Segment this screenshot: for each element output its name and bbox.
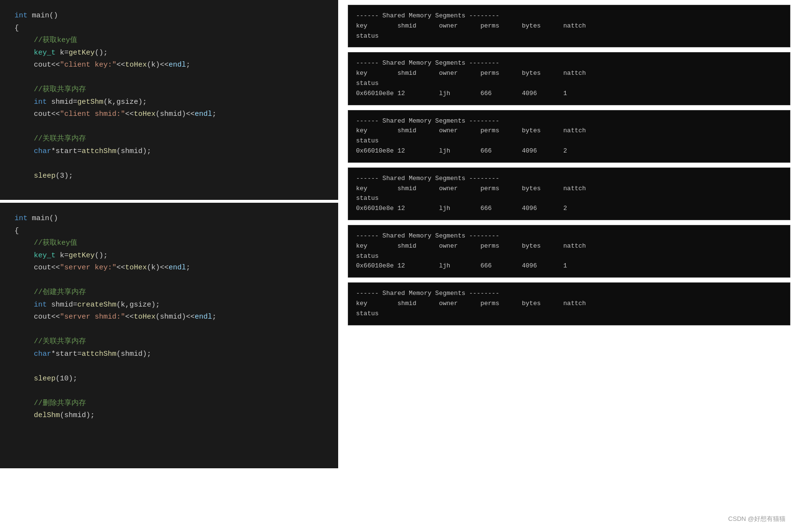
func-toHex: toHex	[125, 264, 147, 272]
left-column: int main() { //获取key值 key_t k=getKey(); …	[0, 0, 338, 532]
code-line	[14, 360, 324, 373]
func-attchShm: attchShm	[82, 350, 116, 358]
code-text: ();	[95, 252, 108, 260]
code-line: sleep(3);	[14, 170, 324, 182]
func-createShm: createShm	[77, 301, 116, 309]
comment: //删除共享内存	[34, 399, 86, 407]
code-line: cout<<"server shmid:"<<toHex(shmid)<<end…	[14, 311, 324, 323]
keyword-int: int	[14, 12, 28, 20]
code-text: k=	[56, 49, 69, 57]
terminal-content: ------ Shared Memory Segments -------- k…	[356, 231, 782, 271]
code-line	[14, 323, 324, 336]
code-line	[14, 274, 324, 287]
comment: //创建共享内存	[34, 288, 86, 296]
code-text: k=	[56, 252, 69, 260]
comment: //获取key值	[34, 239, 77, 247]
code-line: key_t k=getKey();	[14, 47, 324, 59]
code-line	[14, 71, 324, 84]
var-endl: endl	[169, 61, 186, 69]
code-text: cout<<	[34, 264, 60, 272]
func-sleep: sleep	[34, 172, 56, 180]
code-text: ;	[186, 61, 190, 69]
terminal-5: ------ Shared Memory Segments -------- k…	[348, 225, 790, 278]
var-endl: endl	[195, 110, 212, 118]
code-text: <<	[125, 110, 134, 118]
type-key_t: key_t	[34, 49, 56, 57]
terminal-2: ------ Shared Memory Segments -------- k…	[348, 52, 790, 105]
keyword-int: int	[14, 214, 28, 223]
func-delShm: delShm	[34, 411, 60, 420]
code-line: cout<<"client key:"<<toHex(k)<<endl;	[14, 59, 324, 71]
code-text: <<	[125, 313, 134, 321]
code-line: cout<<"server key:"<<toHex(k)<<endl;	[14, 262, 324, 274]
code-line: delShm(shmid);	[14, 409, 324, 422]
code-line: //关联共享内存	[14, 336, 324, 348]
code-text: (k,gsize);	[103, 98, 147, 106]
comment: //关联共享内存	[34, 337, 86, 346]
terminal-content: ------ Shared Memory Segments -------- k…	[356, 11, 782, 41]
code-line: {	[14, 225, 324, 238]
string-literal: "client key:"	[60, 61, 116, 69]
code-line: sleep(10);	[14, 373, 324, 385]
code-text: ();	[95, 49, 108, 57]
code-text: shmid=	[47, 301, 77, 309]
code-text: main()	[28, 214, 58, 223]
code-text: cout<<	[34, 110, 60, 118]
func-toHex: toHex	[134, 110, 156, 118]
code-text: ;	[212, 110, 216, 118]
code-text: (shmid)<<	[156, 313, 195, 321]
code-line	[14, 121, 324, 133]
keyword-int: int	[34, 98, 47, 106]
code-text: {	[14, 24, 19, 32]
keyword-char: char	[34, 350, 51, 358]
code-text: main()	[28, 12, 58, 20]
func-getKey: getKey	[69, 49, 95, 57]
main-layout: int main() { //获取key值 key_t k=getKey(); …	[0, 0, 800, 532]
code-line: {	[14, 22, 324, 35]
code-text: (3);	[56, 172, 73, 180]
code-text: <<	[116, 61, 125, 69]
code-text: *start=	[51, 147, 82, 155]
var-endl: endl	[169, 264, 186, 272]
code-line: int shmid=getShm(k,gsize);	[14, 96, 324, 109]
terminal-1: ------ Shared Memory Segments -------- k…	[348, 5, 790, 47]
right-column: ------ Shared Memory Segments -------- k…	[338, 0, 800, 532]
code-text: {	[14, 227, 19, 235]
code-line: int main()	[14, 10, 324, 22]
code-text: (shmid);	[116, 350, 151, 358]
code-line: int shmid=createShm(k,gsize);	[14, 299, 324, 311]
func-toHex: toHex	[125, 61, 147, 69]
string-literal: "server key:"	[60, 264, 116, 272]
code-line: cout<<"client shmid:"<<toHex(shmid)<<end…	[14, 108, 324, 121]
code-text: (k)<<	[147, 61, 169, 69]
code-line: char*start=attchShm(shmid);	[14, 348, 324, 361]
code-line	[14, 157, 324, 170]
var-endl: endl	[195, 313, 212, 321]
terminal-content: ------ Shared Memory Segments -------- k…	[356, 58, 782, 98]
code-text: (k)<<	[147, 264, 169, 272]
keyword-int: int	[34, 301, 47, 309]
code-line: //创建共享内存	[14, 286, 324, 299]
code-text: ;	[186, 264, 190, 272]
string-literal: "client shmid:"	[60, 110, 125, 118]
code-line: //删除共享内存	[14, 397, 324, 410]
terminal-content: ------ Shared Memory Segments -------- k…	[356, 289, 782, 319]
code-line: key_t k=getKey();	[14, 250, 324, 262]
keyword-char: char	[34, 147, 51, 155]
code-line: char*start=attchShm(shmid);	[14, 145, 324, 158]
code-text: (shmid);	[60, 411, 95, 420]
code-text: cout<<	[34, 313, 60, 321]
code-line: //获取共享内存	[14, 84, 324, 96]
type-key_t: key_t	[34, 252, 56, 260]
comment: //获取key值	[34, 36, 77, 44]
code-panel-client: int main() { //获取key值 key_t k=getKey(); …	[0, 0, 338, 203]
comment: //关联共享内存	[34, 135, 86, 143]
string-literal: "server shmid:"	[60, 313, 125, 321]
code-line: int main()	[14, 212, 324, 225]
code-text: cout<<	[34, 61, 60, 69]
code-text: (shmid)<<	[156, 110, 195, 118]
func-sleep: sleep	[34, 375, 56, 383]
code-text: *start=	[51, 350, 82, 358]
func-getShm: getShm	[77, 98, 103, 106]
code-line: //关联共享内存	[14, 133, 324, 145]
